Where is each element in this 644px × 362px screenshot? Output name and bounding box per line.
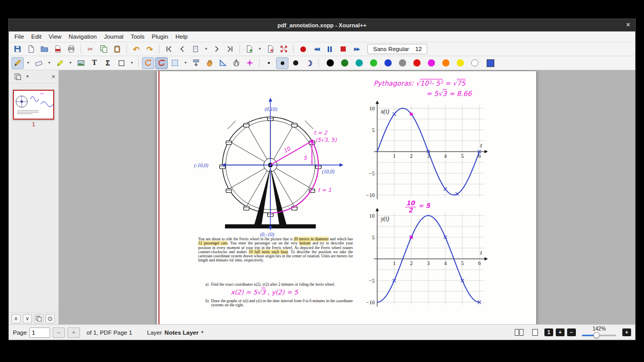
- color-swatch-11[interactable]: [471, 59, 478, 67]
- equals: =: [443, 79, 453, 87]
- hand-tool-button[interactable]: [203, 57, 216, 69]
- select-rectangle-button[interactable]: [169, 57, 181, 69]
- color-swatch-10[interactable]: [457, 59, 464, 67]
- menu-help[interactable]: Help: [172, 32, 191, 41]
- insert-image-button[interactable]: [75, 57, 87, 69]
- color-swatch-9[interactable]: [442, 59, 449, 67]
- pdf-page[interactable]: (0,10) (-10,0) (10,0) (0,-10) t = 2 (5√3…: [157, 71, 536, 324]
- next-page-button[interactable]: [211, 43, 223, 55]
- focus-page-button[interactable]: ⊙: [45, 314, 55, 323]
- select-options-button[interactable]: ▾: [182, 57, 189, 69]
- scroll-up-button[interactable]: ∧: [11, 314, 21, 323]
- setsquare-tool-button[interactable]: [217, 57, 229, 69]
- shape-tool-button[interactable]: [115, 57, 127, 69]
- last-page-button[interactable]: [224, 43, 236, 55]
- highlighter-options-button[interactable]: ▾: [67, 57, 74, 69]
- menu-tools[interactable]: Tools: [127, 32, 148, 41]
- page-decrement-button[interactable]: −: [53, 327, 65, 338]
- titlebar[interactable]: pdf_annotation.xopp - Xournal++ ×: [9, 19, 635, 31]
- eraser-tool-button[interactable]: [33, 57, 45, 69]
- redo-button[interactable]: ↷: [143, 43, 156, 55]
- undo-button[interactable]: ↶: [130, 43, 142, 55]
- current-color-indicator[interactable]: [487, 59, 494, 67]
- goto-page-button[interactable]: [189, 43, 202, 55]
- menu-journal[interactable]: Journal: [100, 32, 127, 41]
- tex-tool-button[interactable]: Σ: [102, 57, 114, 69]
- spline-tool-button[interactable]: [244, 57, 256, 69]
- open-file-button[interactable]: [38, 43, 51, 55]
- preview-pane-button[interactable]: [12, 72, 23, 82]
- forward-button[interactable]: ▶▶: [350, 43, 363, 55]
- print-button[interactable]: [65, 43, 77, 55]
- save-button[interactable]: [11, 43, 24, 55]
- color-swatch-6[interactable]: [399, 59, 406, 67]
- color-swatch-7[interactable]: [413, 59, 421, 67]
- thickness-thick-button[interactable]: [289, 57, 302, 69]
- rewind-button[interactable]: ◀◀: [310, 43, 323, 55]
- scroll-down-button[interactable]: ∨: [23, 314, 32, 323]
- save-icon: [13, 45, 22, 53]
- menu-navigation[interactable]: Navigation: [65, 32, 100, 41]
- dark-mode-button[interactable]: ☽: [303, 57, 315, 69]
- copy-button[interactable]: [98, 43, 110, 55]
- shape-options-button[interactable]: ▾: [128, 57, 135, 69]
- page-increment-button[interactable]: +: [68, 327, 80, 338]
- font-button[interactable]: Sans Regular 12: [367, 44, 427, 54]
- compass-tool-button[interactable]: [230, 57, 243, 69]
- document-canvas[interactable]: (0,10) (-10,0) (10,0) (0,-10) t = 2 (5√3…: [59, 70, 635, 324]
- export-pdf-button[interactable]: [52, 43, 64, 55]
- color-swatch-1[interactable]: [327, 59, 334, 67]
- close-window-button[interactable]: ×: [626, 21, 630, 28]
- color-swatch-8[interactable]: [428, 59, 435, 67]
- page-fit-button[interactable]: 1: [544, 328, 553, 336]
- answer-y: , y(2) = 5: [265, 288, 298, 296]
- pause-button[interactable]: [324, 43, 336, 55]
- menu-plugin[interactable]: Plugin: [148, 32, 172, 41]
- stop-button[interactable]: [337, 43, 349, 55]
- zoom-slider[interactable]: [582, 332, 616, 339]
- previous-page-button[interactable]: [176, 43, 188, 55]
- zoom-slider-handle[interactable]: [593, 332, 600, 338]
- page-thumbnail-1[interactable]: [13, 90, 54, 120]
- pen-options-button[interactable]: ▾: [25, 57, 31, 69]
- delete-page-button[interactable]: [264, 43, 277, 55]
- close-sidebar-button[interactable]: ×: [52, 74, 55, 80]
- zoom-fit-button[interactable]: +: [622, 328, 631, 336]
- new-page-after-button[interactable]: [243, 43, 255, 55]
- pen-tool-button[interactable]: [11, 57, 24, 69]
- first-page-button[interactable]: [163, 43, 175, 55]
- presentation-mode-button[interactable]: [529, 326, 541, 338]
- image-icon: [77, 59, 85, 67]
- chevron-down-icon[interactable]: ▾: [26, 74, 29, 79]
- zoom-in-button[interactable]: +: [556, 328, 565, 336]
- menu-view[interactable]: View: [45, 32, 65, 41]
- fullscreen-button[interactable]: [278, 43, 290, 55]
- eraser-options-button[interactable]: ▾: [46, 57, 53, 69]
- goto-page-options-button[interactable]: ▾: [203, 43, 210, 55]
- text-tool-button[interactable]: T: [88, 57, 101, 69]
- snap-rotation-button[interactable]: [142, 57, 154, 69]
- color-swatch-2[interactable]: [341, 59, 348, 67]
- highlighter-tool-button[interactable]: [54, 57, 66, 69]
- cut-button[interactable]: ✂: [84, 43, 96, 55]
- new-document-button[interactable]: [25, 43, 37, 55]
- color-swatch-3[interactable]: [356, 59, 363, 67]
- thickness-medium-button[interactable]: [276, 57, 288, 69]
- new-page-options-button[interactable]: ▾: [256, 43, 263, 55]
- menu-file[interactable]: File: [11, 32, 28, 41]
- color-swatch-5[interactable]: [384, 59, 392, 67]
- paired-pages-button[interactable]: [513, 326, 525, 338]
- copy-page-button[interactable]: [34, 314, 43, 323]
- page-number-input[interactable]: [29, 327, 50, 338]
- color-swatch-4[interactable]: [370, 59, 377, 67]
- layer-select[interactable]: Notes Layer: [165, 330, 199, 336]
- zoom-out-button[interactable]: −: [567, 328, 576, 336]
- app-window: pdf_annotation.xopp - Xournal++ × FileEd…: [8, 19, 636, 340]
- snap-grid-button[interactable]: [155, 57, 168, 69]
- vertical-space-button[interactable]: [190, 57, 202, 69]
- record-audio-button[interactable]: [297, 43, 309, 55]
- thickness-fine-button[interactable]: [263, 57, 275, 69]
- clipboard-icon: [113, 45, 121, 53]
- paste-button[interactable]: [111, 43, 123, 55]
- menu-edit[interactable]: Edit: [28, 32, 45, 41]
